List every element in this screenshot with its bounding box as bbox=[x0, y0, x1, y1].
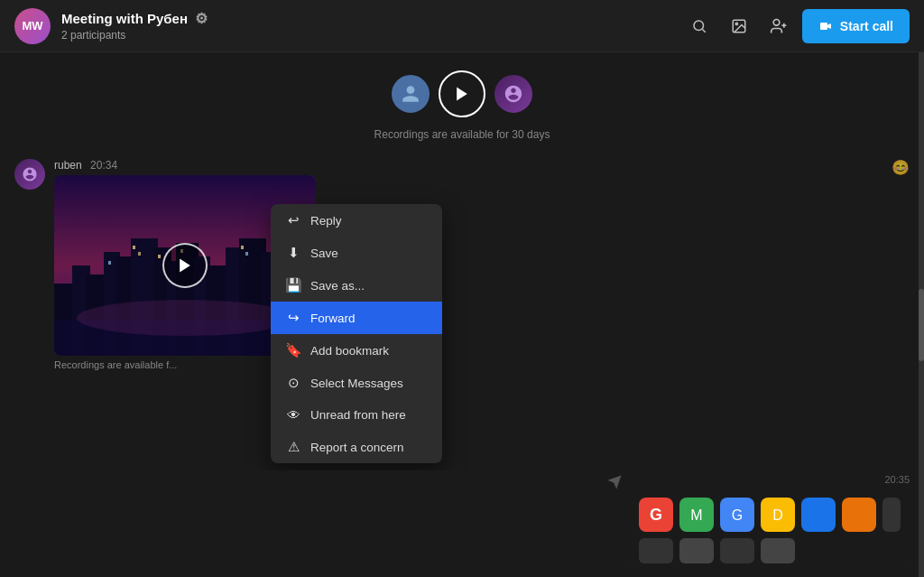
media-play-overlay[interactable] bbox=[162, 243, 208, 288]
message-1-sender: ruben bbox=[54, 159, 82, 172]
svg-text:M: M bbox=[690, 507, 702, 523]
svg-rect-45 bbox=[679, 538, 714, 563]
start-call-button[interactable]: Start call bbox=[802, 9, 910, 43]
meeting-title: Meeting with Рубен bbox=[61, 11, 188, 26]
svg-rect-48 bbox=[801, 498, 836, 532]
send-icon bbox=[606, 474, 623, 490]
messages-container[interactable]: ruben 20:34 bbox=[0, 150, 924, 470]
video-call-icon bbox=[818, 19, 833, 33]
svg-rect-47 bbox=[761, 538, 795, 563]
recording-available-label: Recordings are available for 30 days bbox=[374, 128, 550, 141]
recording-avatar-person bbox=[390, 73, 431, 115]
message-row-2: 20:35 G M G bbox=[0, 470, 924, 577]
reply-icon: ↩ bbox=[285, 212, 301, 228]
svg-rect-49 bbox=[842, 498, 876, 532]
svg-point-4 bbox=[773, 19, 780, 25]
scrollbar-thumb[interactable] bbox=[919, 289, 924, 361]
header-title: Meeting with Рубен ⚙ bbox=[61, 10, 208, 27]
header: MW Meeting with Рубен ⚙ 2 participants bbox=[0, 0, 924, 52]
participants-count: 2 participants bbox=[61, 29, 208, 42]
send-icon-area bbox=[606, 474, 623, 490]
recording-play-button[interactable] bbox=[439, 70, 485, 117]
search-button[interactable] bbox=[683, 10, 716, 42]
recording-section: Recordings are available for 30 days bbox=[0, 52, 924, 150]
add-person-icon bbox=[770, 17, 788, 35]
scrollbar[interactable] bbox=[919, 0, 924, 577]
svg-rect-25 bbox=[133, 246, 135, 249]
context-menu-unread[interactable]: 👁 Unread from here bbox=[271, 399, 442, 431]
context-menu-report[interactable]: ⚠ Report a concern bbox=[271, 431, 442, 463]
media-button[interactable] bbox=[723, 10, 755, 42]
svg-text:D: D bbox=[772, 507, 783, 523]
warning-icon: ⚠ bbox=[285, 439, 301, 455]
save-as-icon: 💾 bbox=[285, 277, 301, 293]
svg-text:G: G bbox=[732, 507, 743, 523]
google-screen: G M G D bbox=[630, 489, 910, 570]
context-menu: ↩ Reply ⬇ Save 💾 Save as... ↪ Forward 🔖 bbox=[271, 204, 442, 463]
report-label: Report a concern bbox=[310, 441, 404, 454]
message-2-media[interactable]: G M G D bbox=[630, 489, 910, 570]
gear-icon[interactable]: ⚙ bbox=[195, 10, 208, 27]
unread-icon: 👁 bbox=[285, 407, 301, 423]
context-menu-select-messages[interactable]: ⊙ Select Messages bbox=[271, 367, 442, 399]
message-1-content: ruben 20:34 bbox=[54, 159, 879, 370]
svg-rect-30 bbox=[241, 246, 244, 249]
svg-rect-26 bbox=[138, 252, 141, 256]
chat-area: Recordings are available for 30 days rub… bbox=[0, 52, 924, 577]
svg-rect-28 bbox=[108, 261, 111, 265]
message-1-time: 20:34 bbox=[90, 159, 117, 172]
svg-marker-7 bbox=[457, 88, 467, 101]
svg-point-3 bbox=[735, 23, 737, 24]
avatar-mw: MW bbox=[14, 8, 51, 44]
add-bookmark-label: Add bookmark bbox=[310, 344, 389, 358]
add-person-button[interactable] bbox=[762, 10, 795, 42]
message-2-time: 20:35 bbox=[884, 474, 910, 485]
svg-point-33 bbox=[77, 300, 293, 336]
start-call-label: Start call bbox=[840, 19, 893, 33]
save-icon: ⬇ bbox=[285, 245, 301, 261]
svg-rect-31 bbox=[245, 252, 248, 256]
context-menu-save[interactable]: ⬇ Save bbox=[271, 237, 442, 269]
select-messages-label: Select Messages bbox=[310, 377, 403, 390]
context-menu-add-bookmark[interactable]: 🔖 Add bookmark bbox=[271, 334, 442, 367]
media-icon bbox=[731, 18, 747, 34]
header-info: Meeting with Рубен ⚙ 2 participants bbox=[61, 10, 208, 42]
svg-point-0 bbox=[694, 21, 704, 31]
svg-rect-46 bbox=[720, 538, 754, 563]
main-area: Recordings are available for 30 days rub… bbox=[0, 52, 924, 577]
ruben-avatar bbox=[14, 159, 45, 190]
message-1-media-label: Recordings are available f... bbox=[54, 359, 879, 370]
message-2-content: 20:35 G M G bbox=[630, 474, 910, 570]
svg-rect-50 bbox=[882, 498, 901, 532]
message-1-meta: ruben 20:34 bbox=[54, 159, 879, 172]
save-label: Save bbox=[310, 247, 338, 260]
search-icon bbox=[691, 18, 707, 34]
select-icon: ⊙ bbox=[285, 375, 301, 391]
forward-icon: ↪ bbox=[285, 310, 301, 326]
svg-marker-34 bbox=[180, 259, 190, 273]
context-menu-forward[interactable]: ↪ Forward bbox=[271, 302, 442, 334]
context-menu-reply[interactable]: ↩ Reply bbox=[271, 204, 442, 237]
bookmark-icon: 🔖 bbox=[285, 342, 301, 358]
svg-text:G: G bbox=[650, 506, 662, 524]
context-menu-save-as[interactable]: 💾 Save as... bbox=[271, 269, 442, 302]
header-actions: Start call bbox=[683, 9, 910, 43]
recording-avatars bbox=[390, 70, 534, 117]
message-more-options[interactable]: ··· bbox=[896, 159, 910, 178]
forward-label: Forward bbox=[310, 312, 356, 325]
svg-line-1 bbox=[702, 29, 705, 32]
save-as-label: Save as... bbox=[310, 279, 365, 293]
header-left: MW Meeting with Рубен ⚙ 2 participants bbox=[14, 8, 208, 44]
svg-rect-44 bbox=[639, 538, 673, 563]
svg-rect-27 bbox=[158, 255, 161, 258]
google-apps-svg: G M G D bbox=[630, 489, 910, 570]
recording-avatar-anime bbox=[493, 73, 534, 115]
reply-label: Reply bbox=[310, 214, 342, 228]
unread-label: Unread from here bbox=[310, 408, 406, 422]
message-row-1: ruben 20:34 bbox=[14, 159, 910, 370]
